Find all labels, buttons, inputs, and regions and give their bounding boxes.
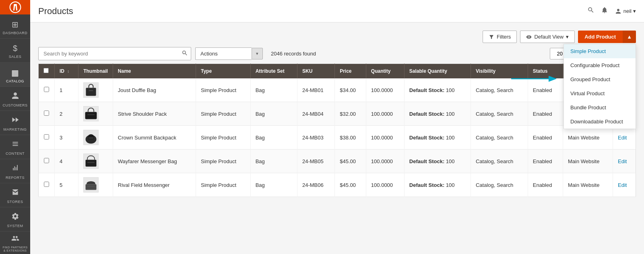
row-checkbox-cell bbox=[39, 150, 55, 173]
search-actions-row: Actions Delete Change Status Update Attr… bbox=[38, 47, 636, 60]
row-checkbox-1[interactable] bbox=[44, 87, 49, 92]
row-attribute-set: Bag bbox=[250, 150, 297, 173]
sidebar-item-customers[interactable]: CUSTOMERS bbox=[0, 87, 30, 111]
row-quantity: 100.0000 bbox=[366, 173, 404, 197]
row-thumbnail bbox=[78, 150, 113, 173]
dropdown-item-bundle-label: Bundle Product bbox=[570, 104, 606, 111]
th-salable-qty[interactable]: Salable Quantity bbox=[404, 64, 471, 79]
row-quantity: 100.0000 bbox=[366, 102, 404, 126]
row-attribute-set: Bag bbox=[250, 173, 297, 197]
row-price: $45.00 bbox=[335, 173, 366, 197]
row-thumbnail bbox=[78, 173, 113, 197]
row-status: Enabled bbox=[528, 173, 563, 197]
sidebar-item-catalog[interactable]: ▦ CATALOG bbox=[0, 63, 30, 87]
search-submit-button[interactable] bbox=[182, 50, 188, 58]
sidebar-item-stores[interactable]: STORES bbox=[0, 183, 30, 207]
row-attribute-set: Bag bbox=[250, 78, 297, 102]
svg-rect-10 bbox=[86, 184, 97, 190]
dashboard-icon: ⊞ bbox=[12, 20, 19, 29]
logo[interactable] bbox=[0, 0, 30, 14]
svg-rect-9 bbox=[87, 162, 95, 163]
dropdown-item-virtual[interactable]: Virtual Product bbox=[564, 86, 636, 100]
row-id: 5 bbox=[55, 173, 78, 197]
row-action: Edit bbox=[613, 150, 636, 173]
row-salable-qty: Default Stock: 100 bbox=[404, 126, 471, 150]
sidebar-item-reports[interactable]: Reports bbox=[0, 159, 30, 183]
sidebar-item-system-label: SYSTEM bbox=[7, 224, 23, 228]
th-sku[interactable]: SKU bbox=[297, 64, 334, 79]
id-sort-icon: ↕ bbox=[67, 69, 69, 74]
th-name[interactable]: Name bbox=[113, 64, 196, 79]
row-sku: 24-MB06 bbox=[297, 173, 334, 197]
th-attribute-set[interactable]: Attribute Set bbox=[250, 64, 297, 79]
row-price: $38.00 bbox=[335, 126, 366, 150]
add-product-dropdown-toggle[interactable]: ▲ bbox=[622, 31, 636, 43]
actions-wrapper: Actions Delete Change Status Update Attr… bbox=[195, 47, 263, 60]
sidebar-item-sales-label: SALES bbox=[9, 55, 22, 59]
row-type: Simple Product bbox=[196, 150, 250, 173]
filters-label: Filters bbox=[497, 34, 511, 40]
row-salable-qty: Default Stock: 100 bbox=[404, 102, 471, 126]
sidebar-item-find-partners-label: FIND PARTNERS & EXTENSIONS bbox=[2, 246, 29, 253]
actions-select[interactable]: Actions Delete Change Status Update Attr… bbox=[195, 47, 252, 60]
row-sku: 24-MB01 bbox=[297, 78, 334, 102]
dropdown-item-grouped[interactable]: Grouped Product bbox=[564, 72, 636, 86]
system-icon bbox=[11, 212, 19, 222]
dropdown-item-downloadable[interactable]: Downloadable Product bbox=[564, 115, 636, 129]
row-edit-link[interactable]: Edit bbox=[618, 182, 627, 188]
row-checkbox-cell bbox=[39, 173, 55, 197]
bell-icon[interactable] bbox=[601, 6, 608, 16]
sales-icon: $ bbox=[13, 44, 17, 53]
dropdown-item-simple[interactable]: Simple Product bbox=[564, 44, 636, 58]
row-quantity: 100.0000 bbox=[366, 126, 404, 150]
sidebar-item-sales[interactable]: $ SALES bbox=[0, 39, 30, 63]
default-view-chevron: ▾ bbox=[566, 34, 569, 40]
cyan-arrow bbox=[511, 74, 559, 84]
select-all-checkbox[interactable] bbox=[43, 68, 49, 73]
row-thumbnail bbox=[78, 78, 113, 102]
th-price[interactable]: Price bbox=[335, 64, 366, 79]
row-type: Simple Product bbox=[196, 173, 250, 197]
row-attribute-set: Bag bbox=[250, 126, 297, 150]
th-quantity[interactable]: Quantity bbox=[366, 64, 404, 79]
dropdown-item-configurable[interactable]: Configurable Product bbox=[564, 58, 636, 72]
sidebar-item-catalog-label: CATALOG bbox=[6, 79, 24, 83]
table-row: 5 Rival Field Messenger Simple Product B… bbox=[39, 173, 636, 197]
filters-button[interactable]: Filters bbox=[483, 31, 517, 43]
sidebar-item-find-partners[interactable]: FIND PARTNERS & EXTENSIONS bbox=[0, 231, 30, 254]
th-type[interactable]: Type bbox=[196, 64, 250, 79]
row-edit-link[interactable]: Edit bbox=[618, 158, 627, 164]
sidebar-item-dashboard[interactable]: ⊞ DASHBOARD bbox=[0, 14, 30, 39]
default-view-button[interactable]: Default View ▾ bbox=[520, 31, 575, 43]
dropdown-item-downloadable-label: Downloadable Product bbox=[570, 119, 623, 125]
user-name: neil bbox=[623, 8, 632, 14]
search-input[interactable] bbox=[38, 47, 191, 60]
user-menu[interactable]: neil ▾ bbox=[615, 8, 636, 15]
sidebar-item-system[interactable]: SYSTEM bbox=[0, 207, 30, 231]
dropdown-item-configurable-label: Configurable Product bbox=[570, 62, 619, 68]
row-checkbox-2[interactable] bbox=[44, 111, 49, 116]
row-status: Enabled bbox=[528, 150, 563, 173]
row-visibility: Catalog, Search bbox=[471, 173, 528, 197]
actions-dropdown-arrow[interactable]: ▾ bbox=[252, 48, 263, 59]
row-checkbox-3[interactable] bbox=[44, 134, 49, 139]
add-product-button[interactable]: Add Product bbox=[578, 31, 622, 43]
sidebar-item-marketing[interactable]: MARKETING bbox=[0, 111, 30, 135]
row-type: Simple Product bbox=[196, 102, 250, 126]
search-icon[interactable] bbox=[587, 6, 594, 16]
dropdown-item-bundle[interactable]: Bundle Product bbox=[564, 100, 636, 115]
row-checkbox-cell bbox=[39, 78, 55, 102]
row-checkbox-5[interactable] bbox=[44, 182, 49, 187]
sidebar-item-stores-label: STORES bbox=[7, 200, 23, 204]
row-edit-link[interactable]: Edit bbox=[618, 135, 627, 141]
svg-rect-3 bbox=[89, 90, 93, 91]
stores-icon bbox=[11, 188, 19, 198]
row-price: $34.00 bbox=[335, 78, 366, 102]
sidebar-item-content[interactable]: CONTENT bbox=[0, 135, 30, 159]
th-id[interactable]: ID ↕ bbox=[55, 64, 78, 79]
row-status: Enabled bbox=[528, 126, 563, 150]
add-product-label: Add Product bbox=[584, 34, 616, 40]
row-sku: 24-MB04 bbox=[297, 102, 334, 126]
row-action: Edit bbox=[613, 126, 636, 150]
row-checkbox-4[interactable] bbox=[44, 158, 49, 163]
